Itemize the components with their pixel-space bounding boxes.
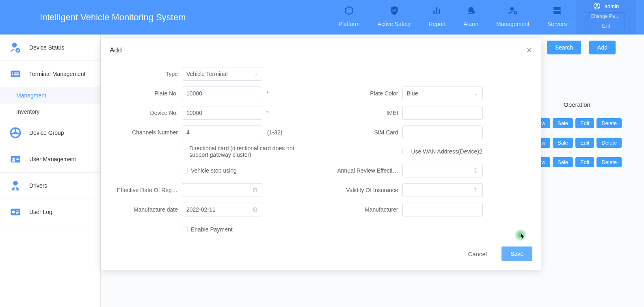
required-marker: * [266, 90, 268, 97]
imei-input[interactable] [407, 110, 478, 116]
channels-input[interactable] [186, 129, 258, 136]
cancel-button[interactable]: Cancel [461, 247, 493, 261]
operation-column-header: Operation [538, 101, 616, 108]
add-button[interactable]: Add [589, 41, 616, 54]
exit-button[interactable]: Exit [588, 22, 625, 30]
svg-point-23 [12, 211, 15, 214]
sidebar-item-user-log[interactable]: User Log [0, 199, 100, 225]
svg-rect-24 [16, 211, 19, 212]
enable-payment-checkbox[interactable] [182, 227, 188, 232]
label-effective-date: Effective Date Of Regul… [117, 187, 182, 193]
nav-active-safety[interactable]: Active Safety [369, 5, 420, 35]
nav-servers[interactable]: Servers [538, 5, 576, 35]
nav-management[interactable]: Management [487, 5, 538, 35]
nav-alarm[interactable]: Alarm [454, 5, 487, 35]
header-nav: Platform Active Safety Report Alarm Mana… [330, 0, 576, 35]
sidebar-sub-management[interactable]: Managment [0, 87, 100, 104]
calendar-icon: 🗓 [473, 167, 478, 174]
svg-rect-9 [11, 71, 20, 77]
close-icon[interactable]: ✕ [526, 46, 532, 55]
svg-rect-21 [15, 186, 17, 190]
label-manufacturer: Manufacturer [337, 206, 402, 213]
svg-rect-4 [553, 11, 560, 14]
sidebar-item-user-management[interactable]: User Management [0, 146, 100, 173]
sidebar-label: Terminal Management [29, 71, 86, 77]
save-button[interactable]: Save [501, 246, 532, 261]
sale-button[interactable]: Sale [553, 138, 573, 148]
delete-button[interactable]: Delete [596, 138, 622, 148]
delete-button[interactable]: Delete [596, 157, 622, 167]
channels-hint: (1-32) [267, 129, 282, 136]
required-marker: * [266, 110, 268, 116]
svg-point-2 [514, 11, 517, 14]
device-no-input[interactable] [186, 110, 258, 116]
nav-label: Platform [339, 21, 360, 27]
label-imei: IMEI [337, 110, 402, 116]
nav-label: Servers [547, 21, 567, 27]
label-channels: Channels Number [117, 129, 182, 136]
sidebar-sub-inventory[interactable]: Inventory [0, 104, 100, 120]
svg-point-0 [472, 11, 475, 14]
change-password-button[interactable]: Change Pass... [588, 12, 625, 20]
nav-label: Active Safety [378, 21, 411, 27]
sidebar-item-device-status[interactable]: Device Status [0, 35, 100, 61]
sidebar-item-drivers[interactable]: Drivers [0, 173, 100, 199]
annual-review-date-input[interactable]: 🗓 [402, 164, 483, 177]
modal-title: Add [110, 46, 122, 54]
label-annual-review: Annual Review Effectiv… [337, 167, 402, 174]
label-type: Type [117, 71, 182, 77]
calendar-icon: 🗓 [252, 206, 258, 213]
use-wan-checkbox[interactable] [402, 149, 408, 154]
plate-no-input[interactable] [186, 90, 258, 97]
calendar-icon: 🗓 [473, 187, 478, 193]
manufacture-date-input[interactable]: 🗓 [182, 203, 262, 216]
label-sim: SIM Card [337, 129, 402, 136]
sim-input[interactable] [407, 129, 478, 136]
manufacturer-input[interactable] [407, 206, 478, 213]
nav-label: Alarm [463, 21, 478, 27]
driver-icon [10, 180, 21, 191]
nav-platform[interactable]: Platform [330, 5, 369, 35]
edit-button[interactable]: Edit [575, 138, 594, 148]
nav-label: Management [496, 21, 529, 27]
search-button[interactable]: Search [547, 41, 581, 54]
sidebar-item-device-group[interactable]: Device Group [0, 120, 100, 146]
svg-rect-18 [16, 158, 19, 159]
svg-rect-13 [14, 74, 19, 75]
plate-color-select[interactable]: Blue ⌄ [402, 86, 483, 100]
effective-date-input[interactable]: 🗓 [182, 183, 262, 197]
chevron-down-icon: ⌄ [474, 91, 478, 96]
add-modal: Add ✕ Type Vehicle Terminal ⌄ Plate No. … [101, 39, 541, 270]
nav-report[interactable]: Report [419, 5, 454, 35]
chart-bar-icon [432, 5, 442, 16]
svg-rect-10 [12, 73, 13, 74]
svg-rect-12 [12, 74, 13, 75]
app-title: Intelligent Vehicle Monitoring System [40, 12, 330, 23]
directional-checkbox[interactable] [182, 149, 186, 154]
label-plate-no: Plate No. [117, 90, 182, 97]
sale-button[interactable]: Sale [553, 157, 573, 167]
validity-ins-date-input[interactable]: 🗓 [402, 183, 483, 197]
edit-button[interactable]: Edit [575, 118, 594, 128]
shield-icon [389, 5, 400, 16]
label-device-no: Device No. [117, 110, 182, 116]
user-panel: admin Change Pass... Exit [576, 0, 636, 35]
svg-point-17 [12, 158, 15, 160]
label-validity-ins: Validity Of Insurance [337, 187, 402, 193]
type-select[interactable]: Vehicle Terminal ⌄ [182, 67, 262, 81]
log-icon [10, 206, 21, 218]
sidebar-label: Drivers [29, 182, 47, 189]
type-value: Vehicle Terminal [186, 71, 228, 77]
sidebar-item-terminal-management[interactable]: Terminal Management [0, 61, 100, 87]
vehicle-stop-checkbox[interactable] [182, 168, 188, 173]
enable-payment-label: Enable Payment [191, 226, 233, 233]
use-wan-label: Use WAN Address(Device)2 [411, 148, 482, 155]
server-icon [552, 5, 562, 16]
plate-color-value: Blue [407, 90, 418, 97]
delete-button[interactable]: Delete [596, 118, 622, 128]
edit-button[interactable]: Edit [575, 157, 594, 167]
sale-button[interactable]: Sale [553, 118, 573, 128]
user-icon [593, 2, 601, 10]
calendar-icon: 🗓 [252, 187, 258, 193]
vehicle-stop-label: Vehicle stop using [191, 167, 237, 174]
